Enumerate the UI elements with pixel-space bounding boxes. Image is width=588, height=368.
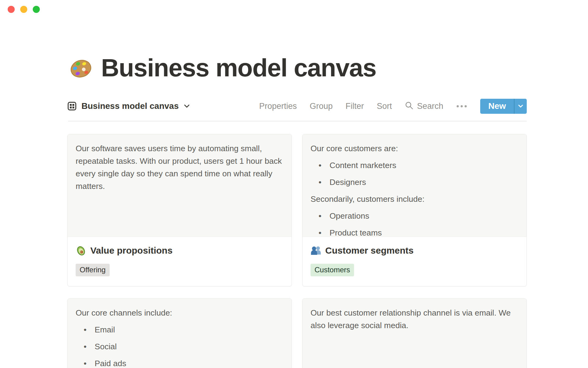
channels-card[interactable]: Our core channels include:•Email•Social•…: [67, 298, 292, 368]
group-button[interactable]: Group: [310, 102, 333, 111]
bullet-text: Email: [95, 324, 115, 336]
busts-in-silhouette-emoji: [311, 245, 321, 256]
view-toolbar: Business model canvas Properties Group F…: [67, 98, 527, 114]
gallery-grid: Our software saves users time by automat…: [67, 134, 527, 368]
chevron-down-icon: [183, 103, 190, 109]
notion-window: Business model canvas Business model can…: [0, 0, 588, 368]
bulleted-list-item: •Product teams: [311, 227, 518, 237]
value-propositions-card[interactable]: Our software saves users time by automat…: [67, 134, 292, 286]
bullet-icon: •: [311, 176, 330, 189]
properties-button[interactable]: Properties: [259, 102, 297, 111]
customer-segments-card[interactable]: Our core customers are:•Content marketer…: [302, 134, 527, 286]
card-title-text: Value propositions: [90, 245, 172, 256]
ellipsis-icon: [457, 105, 459, 107]
more-options-button[interactable]: [456, 103, 467, 109]
tag-badge: Offering: [76, 264, 110, 276]
avocado-emoji: [76, 245, 86, 256]
bullet-icon: •: [76, 340, 95, 353]
bulleted-list-item: •Content marketers: [311, 159, 518, 172]
minimize-button[interactable]: [20, 6, 27, 13]
bullet-text: Product teams: [330, 227, 382, 237]
card-tags: Customers: [311, 264, 518, 276]
bullet-text: Designers: [330, 176, 366, 189]
preview-paragraph: Our core customers are:: [311, 142, 518, 155]
tag-badge: Customers: [311, 264, 354, 276]
bullet-text: Paid ads: [95, 357, 126, 368]
customer-relationships-card[interactable]: Our best customer relationship channel i…: [302, 298, 527, 368]
gallery-view-icon: [67, 102, 77, 111]
card-footer: Value propositionsOffering: [68, 237, 292, 283]
preview-paragraph: Our best customer relationship channel i…: [311, 307, 518, 332]
bullet-icon: •: [311, 227, 330, 237]
search-button[interactable]: Search: [405, 101, 443, 111]
bullet-text: Social: [95, 340, 117, 353]
bulleted-list-item: •Operations: [311, 210, 518, 222]
bullet-text: Content marketers: [330, 159, 396, 172]
bulleted-list-item: •Social: [76, 340, 284, 353]
zoom-button[interactable]: [33, 6, 40, 13]
palette-emoji[interactable]: [68, 55, 94, 81]
card-preview: Our best customer relationship channel i…: [303, 299, 526, 368]
bullet-text: Operations: [330, 210, 369, 222]
toolbar-divider: [68, 121, 527, 121]
page-title[interactable]: Business model canvas: [101, 54, 376, 82]
preview-paragraph: Our core channels include:: [76, 307, 284, 319]
toolbar-actions: Properties Group Filter Sort Search New: [259, 99, 527, 114]
bullet-icon: •: [76, 324, 95, 336]
card-footer: Customer segmentsCustomers: [303, 237, 526, 283]
preview-paragraph: Secondarily, customers include:: [311, 193, 518, 205]
preview-paragraph: Our software saves users time by automat…: [76, 142, 284, 193]
bulleted-list-item: •Paid ads: [76, 357, 284, 368]
window-controls: [8, 6, 40, 13]
card-title-text: Customer segments: [325, 245, 413, 256]
view-switcher[interactable]: Business model canvas: [67, 101, 190, 111]
sort-button[interactable]: Sort: [377, 102, 392, 111]
bulleted-list-item: •Designers: [311, 176, 518, 189]
bullet-icon: •: [311, 159, 330, 172]
bullet-icon: •: [311, 210, 330, 222]
new-dropdown-button[interactable]: [514, 99, 527, 114]
search-label: Search: [417, 102, 443, 111]
card-tags: Offering: [76, 264, 284, 276]
bullet-icon: •: [76, 357, 95, 368]
close-button[interactable]: [8, 6, 15, 13]
new-button-group: New: [480, 99, 527, 114]
view-name: Business model canvas: [81, 101, 179, 111]
page-header: Business model canvas: [68, 54, 376, 82]
card-preview: Our software saves users time by automat…: [68, 134, 292, 237]
new-button[interactable]: New: [480, 99, 514, 114]
card-title: Customer segments: [311, 245, 518, 256]
card-title: Value propositions: [76, 245, 284, 256]
filter-button[interactable]: Filter: [345, 102, 364, 111]
search-icon: [405, 101, 413, 111]
card-preview: Our core customers are:•Content marketer…: [303, 134, 526, 237]
bulleted-list-item: •Email: [76, 324, 284, 336]
card-preview: Our core channels include:•Email•Social•…: [68, 299, 292, 368]
